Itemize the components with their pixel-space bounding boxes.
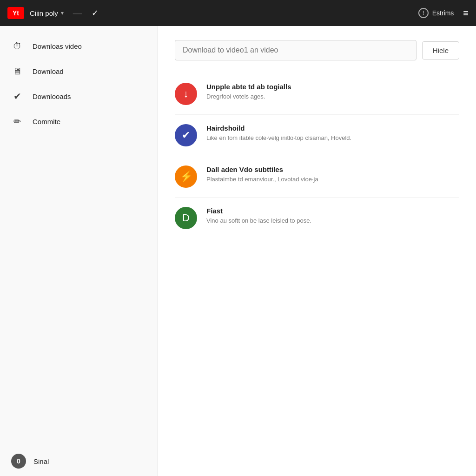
sidebar-footer-label: Sinal bbox=[33, 457, 49, 465]
clock-icon: ⏱ bbox=[11, 40, 23, 52]
navbar-right: ! Estrims ≡ bbox=[418, 8, 469, 19]
sidebar-item-label: Download bbox=[33, 67, 64, 75]
user-label: Estrims bbox=[432, 9, 454, 17]
sidebar-item-downloads-video[interactable]: ⏱ Downloas video bbox=[0, 33, 158, 59]
search-button[interactable]: Hiele bbox=[422, 41, 459, 60]
extension-info-1: Unpple abte td ab togialls Dregrfool vot… bbox=[206, 83, 459, 101]
menu-icon[interactable]: ≡ bbox=[463, 8, 469, 19]
list-item: ↓ Unpple abte td ab togialls Dregrfool v… bbox=[175, 73, 459, 115]
extension-list: ↓ Unpple abte td ab togialls Dregrfool v… bbox=[175, 73, 459, 238]
sidebar-item-label: Commite bbox=[33, 118, 60, 126]
sidebar-item-downlooads[interactable]: ✔ Downlooads bbox=[0, 84, 158, 109]
extension-name-2: Hairdshoild bbox=[206, 124, 459, 132]
nav-title: Ciiin poly ▾ bbox=[30, 9, 64, 17]
extension-name-4: Fiast bbox=[206, 207, 459, 215]
navbar: Yt Ciiin poly ▾ — ✓ ! Estrims ≡ bbox=[0, 0, 476, 26]
extension-desc-1: Dregrfool votels ages. bbox=[206, 93, 459, 101]
youtube-logo: Yt bbox=[7, 7, 24, 19]
sidebar-items: ⏱ Downloas video 🖥 Download ✔ Downlooads… bbox=[0, 26, 158, 446]
extension-info-3: Dall aden Vdo subttiles Plastaimbe td em… bbox=[206, 165, 459, 184]
avatar: 0 bbox=[11, 454, 26, 469]
check-icon: ✓ bbox=[92, 8, 99, 18]
extension-icon-1: ↓ bbox=[175, 83, 197, 105]
extension-icon-3: ⚡ bbox=[175, 165, 197, 188]
content-panel: Hiele ↓ Unpple abte td ab togialls Dregr… bbox=[158, 26, 476, 476]
list-item: D Fiast Vino au softt on be lase leisled… bbox=[175, 198, 459, 238]
list-item: ⚡ Dall aden Vdo subttiles Plastaimbe td … bbox=[175, 156, 459, 198]
info-icon: ! bbox=[418, 8, 429, 18]
extension-desc-2: Like en fom itable cole·velg initlo·top … bbox=[206, 134, 459, 142]
checkmark-icon: ✔ bbox=[11, 90, 23, 102]
search-area: Hiele bbox=[175, 40, 459, 60]
list-item: ✔ Hairdshoild Like en fom itable cole·ve… bbox=[175, 115, 459, 156]
extension-info-2: Hairdshoild Like en fom itable cole·velg… bbox=[206, 124, 459, 142]
sidebar-footer: 0 Sinal bbox=[0, 446, 158, 476]
main-area: ⏱ Downloas video 🖥 Download ✔ Downlooads… bbox=[0, 26, 476, 476]
extension-name-3: Dall aden Vdo subttiles bbox=[206, 165, 459, 173]
pencil-icon: ✏ bbox=[11, 115, 23, 127]
extension-icon-4: D bbox=[175, 207, 197, 229]
extension-desc-3: Plastaimbe td emanviour., Lovotad vioe·j… bbox=[206, 175, 459, 184]
sidebar: ⏱ Downloas video 🖥 Download ✔ Downlooads… bbox=[0, 26, 158, 476]
sidebar-item-label: Downlooads bbox=[33, 93, 71, 100]
sidebar-item-download[interactable]: 🖥 Download bbox=[0, 59, 158, 84]
monitor-icon: 🖥 bbox=[11, 65, 23, 77]
chevron-down-icon[interactable]: ▾ bbox=[61, 10, 64, 16]
sidebar-item-label: Downloas video bbox=[33, 42, 82, 50]
info-section: ! Estrims bbox=[418, 8, 454, 18]
sidebar-item-commite[interactable]: ✏ Commite bbox=[0, 109, 158, 134]
extension-icon-2: ✔ bbox=[175, 124, 197, 146]
search-input[interactable] bbox=[175, 40, 416, 60]
nav-divider: — bbox=[73, 8, 82, 19]
extension-info-4: Fiast Vino au softt on be lase leisled t… bbox=[206, 207, 459, 225]
navbar-left: Yt Ciiin poly ▾ — ✓ bbox=[7, 7, 99, 19]
extension-desc-4: Vino au softt on be lase leisled to pose… bbox=[206, 217, 459, 225]
extension-name-1: Unpple abte td ab togialls bbox=[206, 83, 459, 91]
